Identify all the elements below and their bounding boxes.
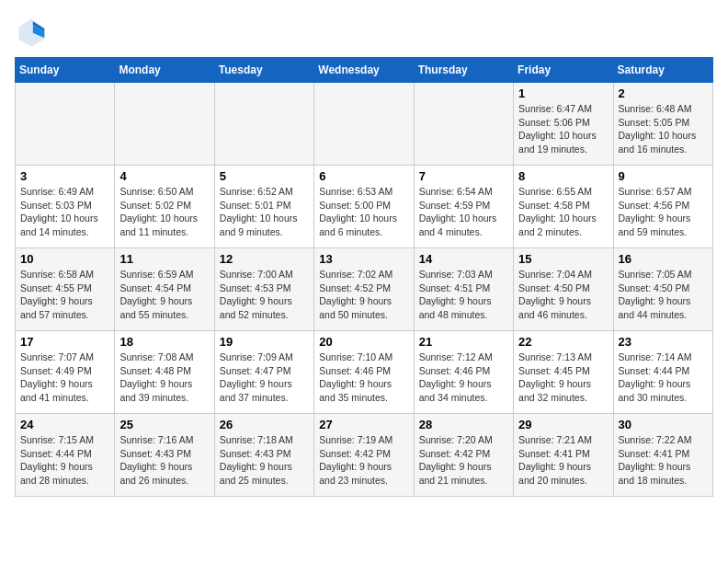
day-number: 20 [319, 335, 408, 349]
calendar-week-3: 10Sunrise: 6:58 AM Sunset: 4:55 PM Dayli… [16, 248, 713, 331]
day-info: Sunrise: 7:00 AM Sunset: 4:53 PM Dayligh… [220, 268, 309, 322]
calendar-cell: 3Sunrise: 6:49 AM Sunset: 5:03 PM Daylig… [16, 166, 115, 248]
day-info: Sunrise: 6:59 AM Sunset: 4:54 PM Dayligh… [119, 268, 209, 322]
calendar-cell: 27Sunrise: 7:19 AM Sunset: 4:42 PM Dayli… [314, 414, 414, 497]
weekday-header-sunday: Sunday [16, 58, 115, 83]
day-info: Sunrise: 7:22 AM Sunset: 4:41 PM Dayligh… [619, 433, 708, 488]
day-number: 26 [220, 418, 309, 431]
day-info: Sunrise: 6:55 AM Sunset: 4:58 PM Dayligh… [518, 185, 608, 239]
calendar-week-1: 1Sunrise: 6:47 AM Sunset: 5:06 PM Daylig… [16, 83, 713, 166]
day-number: 11 [119, 252, 209, 266]
day-info: Sunrise: 7:19 AM Sunset: 4:42 PM Dayligh… [319, 433, 408, 488]
day-number: 4 [119, 169, 209, 183]
calendar-cell: 16Sunrise: 7:05 AM Sunset: 4:50 PM Dayli… [613, 248, 712, 331]
calendar-cell [314, 83, 414, 166]
day-info: Sunrise: 6:52 AM Sunset: 5:01 PM Dayligh… [220, 185, 309, 239]
day-info: Sunrise: 7:05 AM Sunset: 4:50 PM Dayligh… [619, 268, 708, 322]
calendar-cell: 8Sunrise: 6:55 AM Sunset: 4:58 PM Daylig… [514, 166, 613, 248]
day-info: Sunrise: 6:58 AM Sunset: 4:55 PM Dayligh… [20, 268, 109, 322]
calendar-cell: 2Sunrise: 6:48 AM Sunset: 5:05 PM Daylig… [613, 83, 712, 166]
calendar-cell: 28Sunrise: 7:20 AM Sunset: 4:42 PM Dayli… [414, 414, 513, 497]
calendar-cell: 20Sunrise: 7:10 AM Sunset: 4:46 PM Dayli… [314, 331, 414, 414]
weekday-header-wednesday: Wednesday [314, 58, 414, 83]
day-info: Sunrise: 7:20 AM Sunset: 4:42 PM Dayligh… [419, 433, 508, 488]
day-info: Sunrise: 7:09 AM Sunset: 4:47 PM Dayligh… [220, 350, 309, 405]
calendar-cell: 17Sunrise: 7:07 AM Sunset: 4:49 PM Dayli… [16, 331, 115, 414]
calendar-cell: 25Sunrise: 7:16 AM Sunset: 4:43 PM Dayli… [115, 414, 214, 497]
calendar-week-5: 24Sunrise: 7:15 AM Sunset: 4:44 PM Dayli… [16, 414, 713, 497]
calendar-cell: 13Sunrise: 7:02 AM Sunset: 4:52 PM Dayli… [314, 248, 414, 331]
day-number: 13 [319, 252, 408, 266]
day-info: Sunrise: 7:14 AM Sunset: 4:44 PM Dayligh… [619, 350, 708, 405]
day-info: Sunrise: 7:15 AM Sunset: 4:44 PM Dayligh… [20, 433, 109, 488]
day-info: Sunrise: 7:12 AM Sunset: 4:46 PM Dayligh… [419, 350, 508, 405]
day-number: 30 [619, 418, 708, 431]
day-number: 21 [419, 335, 508, 349]
day-number: 28 [419, 418, 508, 431]
day-number: 29 [518, 418, 608, 431]
day-number: 14 [419, 252, 508, 266]
calendar-cell [214, 83, 313, 166]
day-number: 27 [319, 418, 408, 431]
day-number: 23 [619, 335, 708, 349]
calendar-cell: 15Sunrise: 7:04 AM Sunset: 4:50 PM Dayli… [514, 248, 613, 331]
day-number: 19 [220, 335, 309, 349]
day-number: 18 [119, 335, 209, 349]
day-number: 6 [319, 169, 408, 183]
day-info: Sunrise: 6:48 AM Sunset: 5:05 PM Dayligh… [619, 102, 708, 156]
calendar-cell: 26Sunrise: 7:18 AM Sunset: 4:43 PM Dayli… [214, 414, 313, 497]
day-number: 9 [619, 169, 708, 183]
calendar-cell [16, 83, 115, 166]
calendar-cell: 21Sunrise: 7:12 AM Sunset: 4:46 PM Dayli… [414, 331, 513, 414]
day-info: Sunrise: 6:50 AM Sunset: 5:02 PM Dayligh… [119, 185, 209, 239]
calendar-cell: 14Sunrise: 7:03 AM Sunset: 4:51 PM Dayli… [414, 248, 513, 331]
calendar-cell: 11Sunrise: 6:59 AM Sunset: 4:54 PM Dayli… [115, 248, 214, 331]
day-number: 5 [220, 169, 309, 183]
day-info: Sunrise: 7:10 AM Sunset: 4:46 PM Dayligh… [319, 350, 408, 405]
calendar-cell: 19Sunrise: 7:09 AM Sunset: 4:47 PM Dayli… [214, 331, 313, 414]
weekday-header-monday: Monday [115, 58, 214, 83]
calendar-cell: 23Sunrise: 7:14 AM Sunset: 4:44 PM Dayli… [613, 331, 712, 414]
day-number: 12 [220, 252, 309, 266]
calendar-week-4: 17Sunrise: 7:07 AM Sunset: 4:49 PM Dayli… [16, 331, 713, 414]
calendar-cell: 24Sunrise: 7:15 AM Sunset: 4:44 PM Dayli… [16, 414, 115, 497]
day-number: 15 [518, 252, 608, 266]
logo-icon [15, 15, 48, 48]
calendar-cell: 5Sunrise: 6:52 AM Sunset: 5:01 PM Daylig… [214, 166, 313, 248]
day-info: Sunrise: 6:53 AM Sunset: 5:00 PM Dayligh… [319, 185, 408, 239]
weekday-header-row: SundayMondayTuesdayWednesdayThursdayFrid… [16, 58, 713, 83]
day-info: Sunrise: 7:18 AM Sunset: 4:43 PM Dayligh… [220, 433, 309, 488]
day-info: Sunrise: 7:07 AM Sunset: 4:49 PM Dayligh… [20, 350, 109, 405]
calendar-cell [115, 83, 214, 166]
day-info: Sunrise: 6:49 AM Sunset: 5:03 PM Dayligh… [20, 185, 109, 239]
day-info: Sunrise: 6:54 AM Sunset: 4:59 PM Dayligh… [419, 185, 508, 239]
day-number: 25 [119, 418, 209, 431]
calendar-cell: 7Sunrise: 6:54 AM Sunset: 4:59 PM Daylig… [414, 166, 513, 248]
calendar-cell: 22Sunrise: 7:13 AM Sunset: 4:45 PM Dayli… [514, 331, 613, 414]
calendar-cell [414, 83, 513, 166]
weekday-header-saturday: Saturday [613, 58, 712, 83]
calendar-week-2: 3Sunrise: 6:49 AM Sunset: 5:03 PM Daylig… [16, 166, 713, 248]
calendar-cell: 18Sunrise: 7:08 AM Sunset: 4:48 PM Dayli… [115, 331, 214, 414]
day-number: 8 [518, 169, 608, 183]
calendar-table: SundayMondayTuesdayWednesdayThursdayFrid… [15, 57, 713, 497]
day-number: 3 [20, 169, 109, 183]
calendar-cell: 4Sunrise: 6:50 AM Sunset: 5:02 PM Daylig… [115, 166, 214, 248]
day-number: 24 [20, 418, 109, 431]
day-info: Sunrise: 6:47 AM Sunset: 5:06 PM Dayligh… [518, 102, 608, 156]
day-number: 22 [518, 335, 608, 349]
day-number: 2 [619, 86, 708, 100]
day-number: 7 [419, 169, 508, 183]
calendar-cell: 29Sunrise: 7:21 AM Sunset: 4:41 PM Dayli… [514, 414, 613, 497]
page-header [15, 15, 713, 48]
calendar-cell: 6Sunrise: 6:53 AM Sunset: 5:00 PM Daylig… [314, 166, 414, 248]
weekday-header-friday: Friday [514, 58, 613, 83]
weekday-header-thursday: Thursday [414, 58, 513, 83]
logo [15, 15, 51, 48]
day-info: Sunrise: 7:04 AM Sunset: 4:50 PM Dayligh… [518, 268, 608, 322]
weekday-header-tuesday: Tuesday [214, 58, 313, 83]
calendar-cell: 1Sunrise: 6:47 AM Sunset: 5:06 PM Daylig… [514, 83, 613, 166]
calendar-cell: 10Sunrise: 6:58 AM Sunset: 4:55 PM Dayli… [16, 248, 115, 331]
calendar-cell: 30Sunrise: 7:22 AM Sunset: 4:41 PM Dayli… [613, 414, 712, 497]
day-number: 1 [518, 86, 608, 100]
